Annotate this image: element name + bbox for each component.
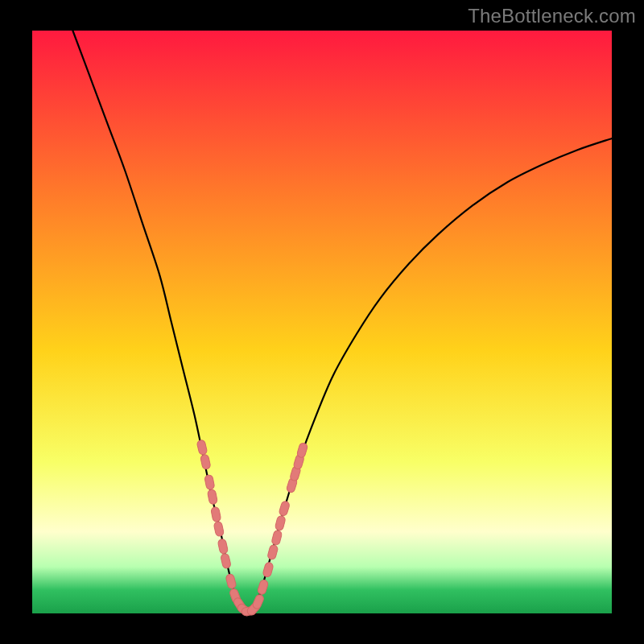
watermark-text: TheBottleneck.com [468, 5, 636, 27]
plot-area [32, 31, 612, 613]
bottleneck-plot [0, 0, 644, 644]
chart-frame: TheBottleneck.com [0, 0, 644, 644]
